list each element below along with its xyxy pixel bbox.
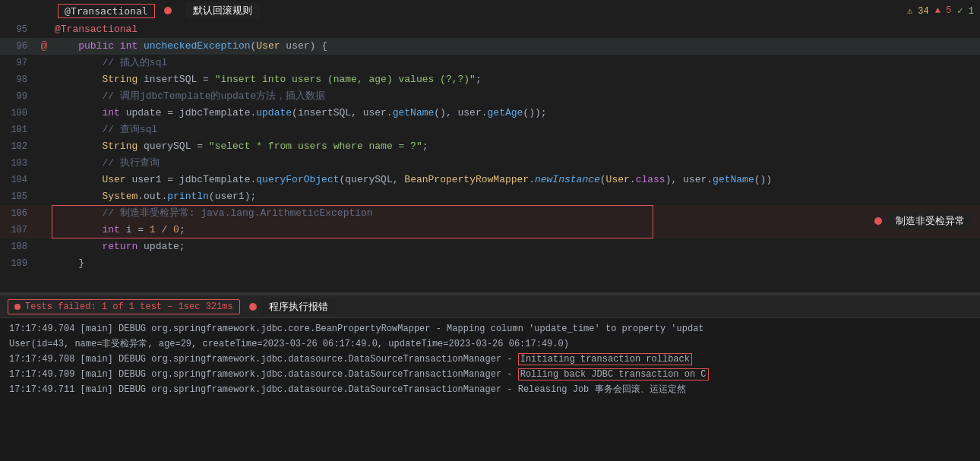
default-rollback-label: 默认回滚规则	[185, 2, 260, 19]
jdbc-rollback-highlight: Rolling back JDBC transaction on C	[518, 368, 709, 380]
warning-badge: ⚠ 34	[907, 5, 929, 17]
code-line-95: 95 @Transactional	[0, 21, 980, 38]
log-line-3: 17:17:49.708 [main] DEBUG org.springfram…	[0, 352, 980, 367]
bottom-toolbar: Tests failed: 1 of 1 test – 1sec 321ms 程…	[0, 295, 980, 318]
highlighted-block: 制造非受检异常 106 // 制造非受检异常: java.lang.Arithm…	[0, 205, 980, 238]
header-bar: @Transactional 默认回滚规则 ⚠ 34 ▲ 5 ✓ 1	[0, 0, 980, 21]
log-area: 17:17:49.704 [main] DEBUG org.springfram…	[0, 318, 980, 461]
code-line-107: 107 int i = 1 / 0;	[0, 222, 980, 238]
log-line-1: 17:17:49.704 [main] DEBUG org.springfram…	[0, 321, 980, 336]
editor-area: @Transactional 默认回滚规则 ⚠ 34 ▲ 5 ✓ 1 95 @T…	[0, 0, 980, 292]
code-line-108: 108 return update;	[0, 238, 980, 255]
toolbar-annotation: 程序执行报错	[249, 298, 336, 315]
code-line-106: 106 // 制造非受检异常: java.lang.ArithmeticExce…	[0, 205, 980, 222]
ok-badge: ✓ 1	[957, 5, 974, 17]
rollback-highlight: Initiating transaction rollback	[518, 353, 692, 365]
error-badge: ▲ 5	[935, 5, 952, 16]
code-line-98: 98 String insertSQL = "insert into users…	[0, 71, 980, 88]
test-failed-text: Tests failed: 1 of 1 test – 1sec 321ms	[25, 302, 233, 312]
code-container: 95 @Transactional 96 @ public int unchec…	[0, 21, 980, 292]
annotation-dot-2	[874, 217, 882, 225]
unchecked-exception-label: 制造非受检异常	[888, 213, 972, 229]
code-line-99: 99 // 调用jdbcTemplate的update方法，插入数据	[0, 88, 980, 105]
program-error-label: 程序执行报错	[261, 298, 336, 315]
code-line-103: 103 // 执行查询	[0, 155, 980, 172]
error-dot	[249, 303, 257, 311]
log-line-2: User(id=43, name=非受检异常, age=29, createTi…	[0, 336, 980, 352]
code-line-105: 105 System.out.println(user1);	[0, 188, 980, 205]
code-line-100: 100 int update = jdbcTemplate.update(ins…	[0, 105, 980, 122]
code-line-104: 104 User user1 = jdbcTemplate.queryForOb…	[0, 172, 980, 188]
log-line-4: 17:17:49.709 [main] DEBUG org.springfram…	[0, 367, 980, 382]
code-line-101: 101 // 查询sql	[0, 122, 980, 138]
code-line-97: 97 // 插入的sql	[0, 55, 980, 71]
test-failed-badge: Tests failed: 1 of 1 test – 1sec 321ms	[8, 299, 240, 314]
annotation-dot-1	[164, 7, 172, 14]
code-line-96: 96 @ public int uncheckedException(User …	[0, 38, 980, 55]
transactional-badge: @Transactional	[58, 4, 155, 18]
code-line-102: 102 String querySQL = "select * from use…	[0, 138, 980, 155]
log-line-5: 17:17:49.711 [main] DEBUG org.springfram…	[0, 382, 980, 397]
top-right-badges: ⚠ 34 ▲ 5 ✓ 1	[907, 5, 974, 17]
code-line-109: 109 }	[0, 255, 980, 272]
test-failed-dot	[14, 304, 21, 310]
bottom-panel: Tests failed: 1 of 1 test – 1sec 321ms 程…	[0, 294, 980, 461]
